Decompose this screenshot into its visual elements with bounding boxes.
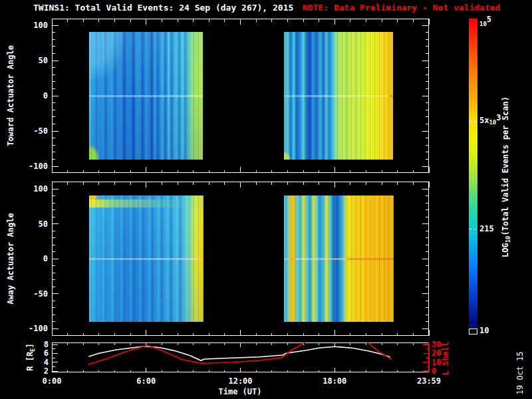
colorbar: [469, 19, 477, 334]
axes-layer: [0, 0, 532, 399]
tick-marks: [52, 19, 429, 372]
panel-borders: [53, 19, 429, 372]
lshell-axis-red: [423, 342, 429, 372]
plot-stage: TWINS1: Total Valid Events: 24 Sep (day …: [0, 0, 532, 399]
line-series: [88, 342, 391, 364]
